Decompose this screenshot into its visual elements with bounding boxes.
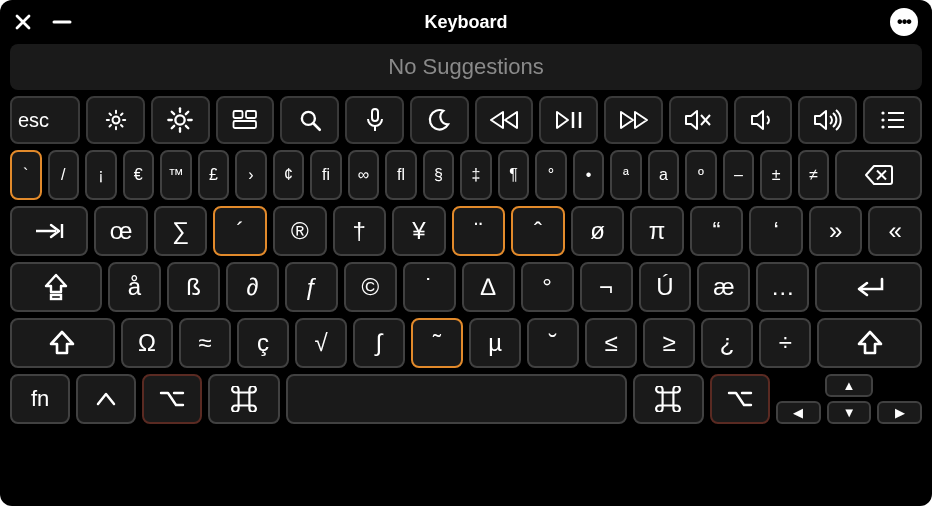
- key-shift-right[interactable]: [817, 318, 922, 368]
- key-tab[interactable]: [10, 206, 88, 256]
- key-notequal[interactable]: ≠: [798, 150, 830, 200]
- key-degree2[interactable]: °: [521, 262, 574, 312]
- key-guillemet-right[interactable]: »: [809, 206, 863, 256]
- minimize-icon[interactable]: [52, 13, 72, 31]
- key-oe[interactable]: œ: [94, 206, 148, 256]
- spotlight-key[interactable]: [280, 96, 339, 144]
- key-delta[interactable]: ∆: [462, 262, 515, 312]
- key-inverted-exclaim-label: ¡: [98, 166, 103, 184]
- mission-control-key[interactable]: [216, 96, 275, 144]
- key-fn[interactable]: fn: [10, 374, 70, 424]
- key-yen[interactable]: ¥: [392, 206, 446, 256]
- key-infinity-label: ∞: [358, 166, 369, 184]
- key-capslock[interactable]: [10, 262, 102, 312]
- key-infinity[interactable]: ∞: [348, 150, 380, 200]
- key-ellipsis[interactable]: …: [756, 262, 809, 312]
- key-ring[interactable]: °: [535, 150, 567, 200]
- key-dagger[interactable]: †: [333, 206, 387, 256]
- key-not[interactable]: ¬: [580, 262, 633, 312]
- key-sqrt[interactable]: √: [295, 318, 347, 368]
- key-registered[interactable]: ®: [273, 206, 327, 256]
- key-backspace[interactable]: [835, 150, 922, 200]
- key-command-left[interactable]: [208, 374, 279, 424]
- key-arrow-down[interactable]: ▼: [827, 401, 872, 424]
- more-options-icon[interactable]: •••: [890, 8, 918, 36]
- key-arrow-right[interactable]: ▶: [877, 401, 922, 424]
- key-integral[interactable]: ∫: [353, 318, 405, 368]
- key-ccedilla[interactable]: ç: [237, 318, 289, 368]
- key-option-left[interactable]: [142, 374, 202, 424]
- key-euro[interactable]: €: [123, 150, 155, 200]
- key-mu[interactable]: µ: [469, 318, 521, 368]
- key-oslash[interactable]: ø: [571, 206, 625, 256]
- key-pilcrow[interactable]: ¶: [498, 150, 530, 200]
- key-trademark[interactable]: ™: [160, 150, 192, 200]
- key-inverted-exclaim[interactable]: ¡: [85, 150, 117, 200]
- key-acute[interactable]: ´: [213, 206, 267, 256]
- key-divide[interactable]: ÷: [759, 318, 811, 368]
- close-icon[interactable]: [14, 13, 32, 31]
- dictation-key[interactable]: [345, 96, 404, 144]
- esc-key[interactable]: esc: [10, 96, 80, 144]
- key-control[interactable]: [76, 374, 136, 424]
- key-ae[interactable]: æ: [697, 262, 750, 312]
- list-key[interactable]: [863, 96, 922, 144]
- key-diaeresis[interactable]: ¨: [452, 206, 506, 256]
- key-endash[interactable]: –: [723, 150, 755, 200]
- key-double-dagger[interactable]: ‡: [460, 150, 492, 200]
- play-pause-key[interactable]: [539, 96, 598, 144]
- mute-key[interactable]: [669, 96, 728, 144]
- rewind-key[interactable]: [475, 96, 534, 144]
- key-greaterequal[interactable]: ≥: [643, 318, 695, 368]
- key-pi[interactable]: π: [630, 206, 684, 256]
- key-approx[interactable]: ≈: [179, 318, 231, 368]
- key-plusminus[interactable]: ±: [760, 150, 792, 200]
- key-leftdquote[interactable]: “: [690, 206, 744, 256]
- key-bullet[interactable]: •: [573, 150, 605, 200]
- key-fhook[interactable]: ƒ: [285, 262, 338, 312]
- key-return[interactable]: [815, 262, 922, 312]
- key-caret[interactable]: ˆ: [511, 206, 565, 256]
- key-angle-right[interactable]: ›: [235, 150, 267, 200]
- volume-up-key[interactable]: [798, 96, 857, 144]
- do-not-disturb-key[interactable]: [410, 96, 469, 144]
- key-grave[interactable]: `: [10, 150, 42, 200]
- key-uacute[interactable]: Ú: [639, 262, 692, 312]
- key-fi-ligature[interactable]: ﬁ: [310, 150, 342, 200]
- key-sigma[interactable]: ∑: [154, 206, 208, 256]
- key-omega[interactable]: Ω: [121, 318, 173, 368]
- key-aring[interactable]: å: [108, 262, 161, 312]
- key-cent[interactable]: ¢: [273, 150, 305, 200]
- key-a-super-label: a: [659, 166, 668, 184]
- key-lsquote[interactable]: ‘: [749, 206, 803, 256]
- key-slash[interactable]: /: [48, 150, 80, 200]
- key-breve[interactable]: ˘: [527, 318, 579, 368]
- key-space[interactable]: [286, 374, 627, 424]
- key-shift-left[interactable]: [10, 318, 115, 368]
- key-section[interactable]: §: [423, 150, 455, 200]
- key-fl-ligature[interactable]: ﬂ: [385, 150, 417, 200]
- key-ordmasc[interactable]: º: [685, 150, 717, 200]
- key-a-super[interactable]: a: [648, 150, 680, 200]
- brightness-down-key[interactable]: [86, 96, 145, 144]
- key-grave-label: `: [23, 166, 28, 184]
- key-partial[interactable]: ∂: [226, 262, 279, 312]
- key-option-right[interactable]: [710, 374, 770, 424]
- key-arrow-up[interactable]: ▲: [825, 374, 873, 397]
- key-guillemet-left[interactable]: «: [868, 206, 922, 256]
- key-arrow-left[interactable]: ◀: [776, 401, 821, 424]
- fast-forward-key[interactable]: [604, 96, 663, 144]
- key-command-right[interactable]: [633, 374, 704, 424]
- key-tilde[interactable]: ˜: [411, 318, 463, 368]
- key-copyright[interactable]: ©: [344, 262, 397, 312]
- svg-line-18: [186, 112, 188, 114]
- key-pound[interactable]: £: [198, 150, 230, 200]
- volume-down-key[interactable]: [734, 96, 793, 144]
- key-lessequal[interactable]: ≤: [585, 318, 637, 368]
- key-ordfem[interactable]: ª: [610, 150, 642, 200]
- key-inverted-question[interactable]: ¿: [701, 318, 753, 368]
- title-bar: Keyboard •••: [0, 0, 932, 44]
- key-overdot[interactable]: ˙: [403, 262, 456, 312]
- brightness-up-key[interactable]: [151, 96, 210, 144]
- key-eszett[interactable]: ß: [167, 262, 220, 312]
